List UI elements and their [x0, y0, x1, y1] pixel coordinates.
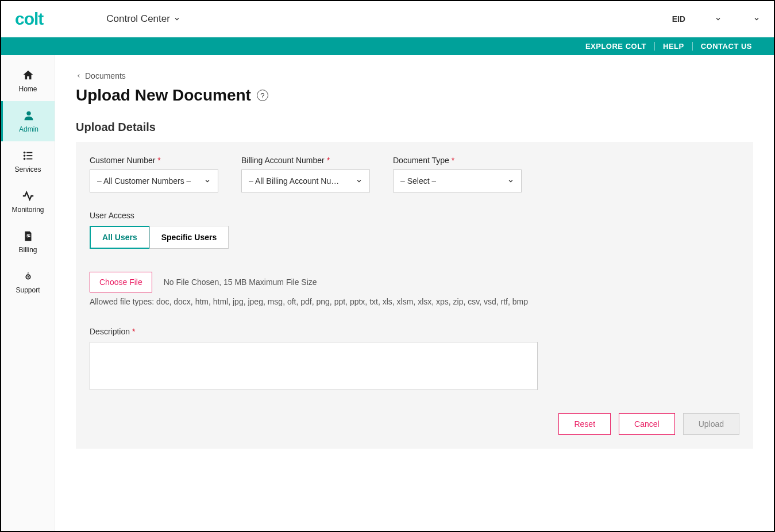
all-users-toggle[interactable]: All Users	[90, 226, 150, 249]
select-value: – Select –	[400, 176, 436, 186]
chevron-left-icon	[76, 73, 82, 79]
support-icon	[22, 270, 34, 283]
breadcrumb-back[interactable]: Documents	[76, 71, 753, 80]
document-type-select[interactable]: – Select –	[393, 169, 522, 192]
sidebar-item-label: Monitoring	[11, 206, 44, 214]
svg-rect-2	[26, 152, 32, 153]
sidebar-item-services[interactable]: Services	[1, 141, 55, 182]
customer-number-select[interactable]: – All Customer Numbers –	[90, 169, 218, 192]
user-dropdown[interactable]	[732, 14, 760, 24]
upload-details-panel: Customer Number * – All Customer Numbers…	[76, 142, 753, 449]
cancel-button[interactable]: Cancel	[619, 413, 675, 435]
app-switcher-label: Control Center	[106, 13, 170, 25]
sidebar-item-label: Home	[18, 85, 37, 93]
user-access-toggle: All Users Specific Users	[90, 226, 739, 249]
sidebar-item-monitoring[interactable]: Monitoring	[1, 182, 55, 222]
services-icon	[22, 149, 34, 162]
billing-account-label: Billing Account Number *	[241, 156, 370, 165]
contact-link[interactable]: CONTACT US	[692, 42, 760, 51]
header: colt Control Center EID	[1, 1, 774, 37]
main-content: Documents Upload New Document ? Upload D…	[55, 55, 774, 531]
monitoring-icon	[22, 190, 34, 202]
chevron-down-icon	[356, 178, 363, 184]
reset-button[interactable]: Reset	[558, 413, 611, 435]
sidebar-item-billing[interactable]: $ Billing	[1, 222, 55, 262]
billing-icon: $	[22, 230, 34, 242]
billing-account-select[interactable]: – All Billing Account Nu…	[241, 169, 370, 192]
breadcrumb-label: Documents	[85, 71, 126, 80]
section-title: Upload Details	[76, 121, 753, 134]
sidebar: Home Admin Services Monitoring $ Billing…	[1, 55, 55, 531]
user-name	[732, 14, 750, 24]
sidebar-item-support[interactable]: Support	[1, 262, 55, 302]
description-label: Description *	[90, 327, 739, 336]
svg-rect-9	[28, 236, 30, 237]
admin-icon	[22, 109, 35, 122]
sidebar-item-label: Services	[14, 165, 41, 174]
choose-file-button[interactable]: Choose File	[90, 272, 152, 292]
svg-rect-8	[28, 234, 30, 235]
eid-value	[689, 14, 711, 24]
svg-text:$: $	[26, 233, 29, 238]
select-value: – All Customer Numbers –	[97, 176, 191, 186]
chevron-down-icon	[715, 16, 722, 22]
eid-dropdown[interactable]: EID	[672, 14, 722, 24]
sidebar-item-admin[interactable]: Admin	[1, 101, 55, 141]
svg-point-0	[26, 111, 30, 115]
document-type-label: Document Type *	[393, 156, 522, 165]
sidebar-item-label: Support	[16, 286, 40, 294]
sidebar-item-home[interactable]: Home	[1, 61, 55, 101]
help-icon[interactable]: ?	[257, 90, 268, 101]
eid-label: EID	[672, 14, 685, 24]
svg-rect-4	[26, 155, 32, 156]
page-title: Upload New Document	[76, 86, 251, 105]
customer-number-label: Customer Number *	[90, 156, 218, 165]
chevron-down-icon	[753, 16, 760, 22]
explore-link[interactable]: EXPLORE COLT	[577, 42, 654, 51]
svg-point-11	[27, 276, 29, 278]
allowed-file-types: Allowed file types: doc, docx, htm, html…	[90, 297, 739, 306]
top-nav-bar: EXPLORE COLT HELP CONTACT US	[1, 37, 774, 55]
chevron-down-icon	[173, 16, 180, 22]
description-textarea[interactable]	[90, 342, 538, 390]
upload-button[interactable]: Upload	[683, 413, 739, 435]
sidebar-item-label: Admin	[19, 125, 38, 133]
file-status: No File Chosen, 15 MB Maximum File Size	[164, 277, 317, 287]
svg-point-3	[23, 155, 25, 157]
svg-rect-6	[26, 159, 32, 160]
sidebar-item-label: Billing	[18, 246, 37, 254]
svg-point-5	[23, 158, 25, 160]
chevron-down-icon	[204, 178, 211, 184]
logo: colt	[15, 9, 43, 29]
svg-point-1	[23, 152, 25, 154]
app-switcher[interactable]: Control Center	[106, 13, 180, 25]
chevron-down-icon	[507, 178, 514, 184]
help-link[interactable]: HELP	[654, 42, 692, 51]
specific-users-toggle[interactable]: Specific Users	[149, 226, 229, 249]
select-value: – All Billing Account Nu…	[249, 176, 339, 186]
home-icon	[22, 69, 34, 82]
user-access-label: User Access	[90, 211, 739, 220]
